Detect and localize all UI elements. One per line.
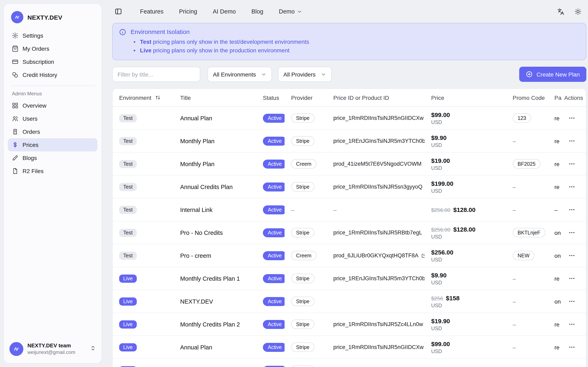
row-actions-button[interactable] xyxy=(568,183,575,190)
sidebar-item-orders[interactable]: Orders xyxy=(8,125,97,138)
price-id-link[interactable]: prod_41izeM5t7E6V5NgodCVOWM xyxy=(327,161,425,167)
theme-toggle-button[interactable] xyxy=(574,8,581,15)
col-title: Title xyxy=(174,94,256,101)
table-row: Test Pro - No Credits Active Stripe pric… xyxy=(113,221,586,244)
sidebar-item-r2-files[interactable]: R2 Files xyxy=(8,165,97,178)
current-price: $19.90 xyxy=(431,317,450,324)
sidebar-item-label: R2 Files xyxy=(23,168,44,174)
environment-badge: Test xyxy=(119,228,137,237)
table-row: Test Monthly Plan Active Creem prod_41iz… xyxy=(113,153,586,175)
status-badge: Active xyxy=(263,366,285,367)
sidebar-item-overview[interactable]: Overview xyxy=(8,99,97,112)
table-row: Live NEXTY.DEV Active Stripe $256$158 US… xyxy=(113,290,586,313)
sidebar-item-users[interactable]: Users xyxy=(8,112,97,125)
nav-dropdown-demo[interactable]: Demo xyxy=(279,8,302,15)
sidebar-item-prices[interactable]: Prices xyxy=(8,138,97,151)
sidebar-item-blogs[interactable]: Blogs xyxy=(8,151,97,165)
price-id-link[interactable]: prod_6JLiUBr0GKYQxqtHQ8TF8A xyxy=(327,252,425,259)
payment-type-cell: on xyxy=(548,252,564,259)
environment-badge: Live xyxy=(119,297,137,305)
environment-filter-select[interactable]: All Environments xyxy=(208,67,272,82)
row-actions-button[interactable] xyxy=(568,160,575,167)
sidebar-item-label: Credit History xyxy=(23,72,57,78)
panel-left-icon xyxy=(115,8,122,15)
chevron-down-icon xyxy=(261,71,267,77)
currency: USD xyxy=(431,188,506,194)
ellipsis-icon xyxy=(568,229,575,236)
plan-title: Pro - creem xyxy=(174,252,256,259)
status-badge: Active xyxy=(263,251,285,260)
sidebar-item-my-orders[interactable]: My Orders xyxy=(8,42,97,55)
table-body: Test Annual Plan Active Stripe price_1Rm… xyxy=(113,107,586,367)
title-filter-input[interactable] xyxy=(112,67,200,82)
promo-code-cell: – xyxy=(506,183,548,191)
row-actions-button[interactable] xyxy=(568,137,575,144)
price-id-link[interactable]: price_1REnJGInsTsiNJR5m3YTCh0b xyxy=(327,138,425,144)
user-email: weijunext@gmail.com xyxy=(27,349,75,355)
sort-icon[interactable] xyxy=(155,95,160,100)
price-id-link[interactable]: price_1RmRDIInsTsiNJR5sn3gyyoQ xyxy=(327,184,425,190)
table-header: Environment Title Status Provider Price … xyxy=(113,89,586,107)
brand-logo-icon xyxy=(11,11,23,23)
table-row: Test Monthly Plan Active Stripe price_1R… xyxy=(113,130,586,153)
provider-cell: Stripe xyxy=(285,297,327,306)
row-actions-button[interactable] xyxy=(568,229,575,236)
row-actions-button[interactable] xyxy=(568,275,575,282)
price-id-link[interactable]: price_1RmRDIInsTsiNJR5RBtb7egL xyxy=(327,230,425,236)
nav-link-ai-demo[interactable]: AI Demo xyxy=(213,8,236,15)
current-price: $99.00 xyxy=(431,111,450,118)
create-new-plan-button[interactable]: Create New Plan xyxy=(519,67,586,82)
price-id-link[interactable]: price_1REnJGInsTsiNJR5m3YTCh0b xyxy=(327,275,425,282)
price-id-link[interactable]: price_1RmRDIInsTsiNJR5Zc4LLn0w xyxy=(327,321,425,327)
row-actions-button[interactable] xyxy=(568,206,575,213)
sidebar-item-label: My Orders xyxy=(23,45,49,52)
external-link-icon xyxy=(421,253,425,258)
col-payment: Pa xyxy=(548,94,564,101)
chevron-down-icon xyxy=(297,9,302,14)
col-provider: Provider xyxy=(285,94,327,101)
price-id-link[interactable]: price_1RmRDIInsTsiNJR5nGIIDCXw xyxy=(327,344,425,350)
price-cell: $9.90 USD xyxy=(425,271,506,285)
provider-cell: Stripe xyxy=(285,113,327,123)
sidebar-item-subscription[interactable]: Subscription xyxy=(8,55,97,68)
provider-filter-select[interactable]: All Providers xyxy=(278,67,332,82)
price-id-link[interactable]: price_1RmRDIInsTsiNJR5nGIIDCXw xyxy=(327,115,425,121)
provider-cell: Stripe xyxy=(285,228,327,237)
promo-code-cell: – xyxy=(506,321,548,328)
payment-type-cell: re xyxy=(548,161,564,167)
ellipsis-icon xyxy=(568,275,575,282)
sidebar-item-credit-history[interactable]: Credit History xyxy=(8,68,97,81)
sidebar-item-settings[interactable]: Settings xyxy=(8,29,97,42)
table-row: Test Annual Credits Plan Active Stripe p… xyxy=(113,175,586,199)
user-menu[interactable]: NEXTY.DEV team weijunext@gmail.com xyxy=(8,340,97,359)
currency: USD xyxy=(431,348,506,354)
promo-code-cell: NEW xyxy=(506,251,548,260)
provider-cell: Stripe xyxy=(285,274,327,283)
brand-name: NEXTY.DEV xyxy=(27,14,62,21)
col-price-id: Price ID or Product ID xyxy=(327,94,425,101)
promo-code-cell: BF2025 xyxy=(506,159,548,168)
sidebar-toggle-button[interactable] xyxy=(115,8,122,15)
payment-type-cell: re xyxy=(548,275,564,282)
status-badge: Active xyxy=(263,320,285,329)
nav-link-features[interactable]: Features xyxy=(140,8,163,15)
promo-code-cell: – xyxy=(506,343,548,351)
table-row: Test Pro - creem Active Creem prod_6JLiU… xyxy=(113,244,586,267)
provider-cell: Stripe xyxy=(285,319,327,329)
nav-link-pricing[interactable]: Pricing xyxy=(179,8,197,15)
payment-type-cell: re xyxy=(548,184,564,190)
price-cell: $99.00 USD xyxy=(425,340,506,354)
language-button[interactable] xyxy=(557,8,564,15)
row-actions-button[interactable] xyxy=(568,252,575,259)
sidebar-item-label: Overview xyxy=(23,102,46,109)
provider-cell: Creem xyxy=(285,159,327,168)
sidebar-divider xyxy=(10,85,95,86)
nav-link-blog[interactable]: Blog xyxy=(251,8,263,15)
row-actions-button[interactable] xyxy=(568,298,575,305)
brand-logo[interactable]: NEXTY.DEV xyxy=(8,8,97,29)
row-actions-button[interactable] xyxy=(568,344,575,351)
currency: USD xyxy=(431,119,506,125)
row-actions-button[interactable] xyxy=(568,321,575,328)
row-actions-button[interactable] xyxy=(568,115,575,122)
environment-isolation-banner: Environment Isolation • Test pricing pla… xyxy=(112,23,586,60)
